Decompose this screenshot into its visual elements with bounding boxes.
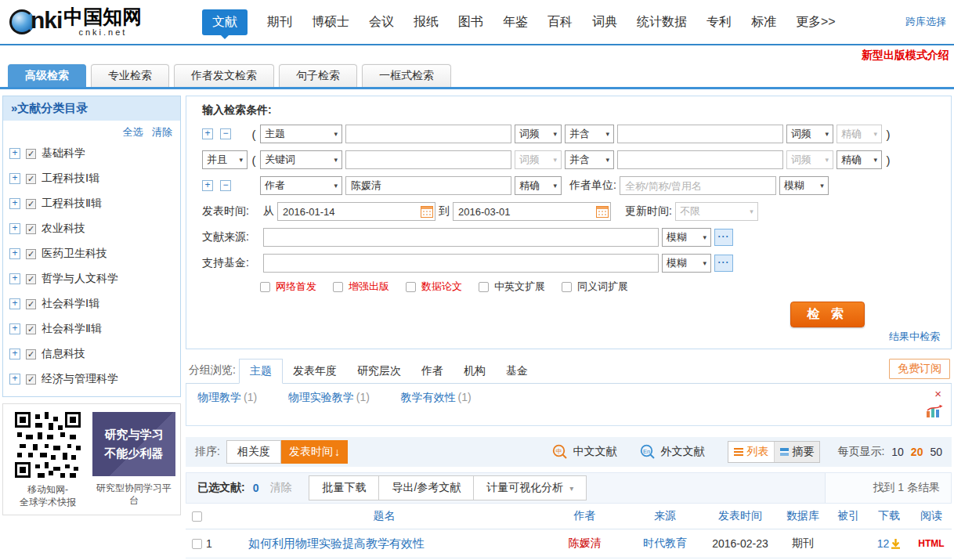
add-row-icon[interactable]: + xyxy=(202,128,213,139)
term-input-1b[interactable] xyxy=(617,125,783,143)
result-download[interactable]: 12 xyxy=(867,537,911,550)
option-online-first[interactable]: 网络首发 xyxy=(260,280,316,294)
author-match-select[interactable]: 精确▾ xyxy=(515,176,562,195)
per-page-10[interactable]: 10 xyxy=(891,446,904,458)
tab-professional-search[interactable]: 专业检索 xyxy=(91,64,169,87)
sort-pubtime-button[interactable]: 发表时间↓ xyxy=(281,440,348,464)
category-checkbox[interactable]: ✓ xyxy=(26,299,36,309)
tab-advanced-search[interactable]: 高级检索 xyxy=(8,64,86,87)
expand-icon[interactable]: + xyxy=(9,298,20,309)
nav-item-statistics[interactable]: 统计数据 xyxy=(637,14,687,31)
keyword-item[interactable]: 教学有效性(1) xyxy=(401,391,472,405)
select-all-link[interactable]: 全选 xyxy=(122,126,143,138)
category-checkbox[interactable]: ✓ xyxy=(26,174,36,184)
clear-link[interactable]: 清除 xyxy=(152,126,172,138)
fund-input[interactable] xyxy=(263,254,659,273)
source-browse-button[interactable]: ··· xyxy=(714,229,733,246)
bool-select[interactable]: 并含▾ xyxy=(565,150,614,169)
nav-item-literature[interactable]: 文献 xyxy=(202,9,248,35)
publish-mode-notice-link[interactable]: 新型出版模式介绍 xyxy=(862,49,949,63)
category-item[interactable]: +✓社会科学Ⅰ辑 xyxy=(9,291,174,316)
expand-icon[interactable]: + xyxy=(9,148,20,159)
category-checkbox[interactable]: ✓ xyxy=(26,149,36,159)
category-checkbox[interactable]: ✓ xyxy=(26,199,36,209)
visual-analysis-button[interactable]: 计量可视化分析▾ xyxy=(473,475,587,500)
freq-select[interactable]: 词频▾ xyxy=(786,125,833,143)
expand-icon[interactable]: + xyxy=(9,173,20,184)
expand-icon[interactable]: + xyxy=(9,223,20,234)
category-item[interactable]: +✓工程科技Ⅱ辑 xyxy=(9,191,174,216)
per-page-20[interactable]: 20 xyxy=(911,446,923,458)
col-read[interactable]: 阅读 xyxy=(911,509,952,523)
chinese-literature-toggle[interactable]: 中 中文文献 xyxy=(552,444,616,460)
tab-sentence-search[interactable]: 句子检索 xyxy=(279,64,357,87)
col-download[interactable]: 下载 xyxy=(867,509,911,523)
option-synonym-extend[interactable]: 同义词扩展 xyxy=(562,280,628,294)
fund-match-select[interactable]: 模糊▾ xyxy=(662,254,711,273)
group-tab-author[interactable]: 作者 xyxy=(411,359,454,383)
freq-select[interactable]: 词频▾ xyxy=(786,150,833,169)
row-checkbox[interactable] xyxy=(192,539,202,549)
group-tab-subject[interactable]: 主题 xyxy=(239,359,283,384)
nav-item-conferences[interactable]: 会议 xyxy=(369,14,394,31)
source-input[interactable] xyxy=(263,228,659,247)
col-author[interactable]: 作者 xyxy=(544,509,626,523)
category-item[interactable]: +✓经济与管理科学 xyxy=(9,367,174,392)
group-tab-institution[interactable]: 机构 xyxy=(454,359,496,383)
col-source[interactable]: 来源 xyxy=(626,509,704,523)
category-checkbox[interactable]: ✓ xyxy=(26,249,36,259)
match-select[interactable]: 精确▾ xyxy=(837,125,882,143)
checkbox[interactable] xyxy=(479,282,489,292)
category-item[interactable]: +✓工程科技Ⅰ辑 xyxy=(9,166,174,191)
select-all-checkbox[interactable] xyxy=(192,511,202,522)
group-tab-research-level[interactable]: 研究层次 xyxy=(347,359,411,383)
category-checkbox[interactable]: ✓ xyxy=(26,274,36,284)
list-view-button[interactable]: 列表 xyxy=(728,442,774,462)
field-select[interactable]: 主题▾ xyxy=(260,125,342,143)
nav-item-patents[interactable]: 专利 xyxy=(706,14,732,31)
nav-item-dictionary[interactable]: 词典 xyxy=(592,14,617,31)
option-data-paper[interactable]: 数据论文 xyxy=(406,280,462,294)
option-enhanced-publish[interactable]: 增强出版 xyxy=(333,280,389,294)
field-select[interactable]: 关键词▾ xyxy=(260,150,342,169)
per-page-50[interactable]: 50 xyxy=(930,446,942,458)
category-checkbox[interactable]: ✓ xyxy=(26,349,36,359)
freq-select[interactable]: 词频▾ xyxy=(515,125,562,143)
fund-browse-button[interactable]: ··· xyxy=(714,255,733,272)
category-checkbox[interactable]: ✓ xyxy=(26,324,36,334)
checkbox[interactable] xyxy=(333,282,343,292)
author-name-input[interactable] xyxy=(345,176,511,195)
nav-item-books[interactable]: 图书 xyxy=(458,14,483,31)
close-icon[interactable]: × xyxy=(934,388,941,399)
category-item[interactable]: +✓基础科学 xyxy=(9,141,174,166)
match-select[interactable]: 精确▾ xyxy=(837,150,882,169)
nav-item-yearbooks[interactable]: 年鉴 xyxy=(503,14,528,31)
freq-select[interactable]: 词频▾ xyxy=(515,150,562,169)
remove-row-icon[interactable]: − xyxy=(220,180,231,191)
nav-item-encyclopedia[interactable]: 百科 xyxy=(547,14,573,31)
author-unit-input[interactable] xyxy=(620,176,776,195)
category-checkbox[interactable]: ✓ xyxy=(26,374,36,385)
col-date[interactable]: 发表时间 xyxy=(704,509,776,523)
result-source-link[interactable]: 时代教育 xyxy=(626,537,704,551)
search-button[interactable]: 检 索 xyxy=(790,302,865,327)
term-input-2b[interactable] xyxy=(617,150,783,169)
tab-onebox-search[interactable]: 一框式检索 xyxy=(362,64,451,87)
category-checkbox[interactable]: ✓ xyxy=(26,224,36,234)
update-time-select[interactable]: 不限▾ xyxy=(675,202,758,221)
term-input-2a[interactable] xyxy=(345,150,511,169)
expand-icon[interactable]: + xyxy=(9,198,20,209)
cross-db-link[interactable]: 跨库选择 xyxy=(905,15,946,29)
col-cited[interactable]: 被引 xyxy=(829,509,867,523)
group-tab-fund[interactable]: 基金 xyxy=(496,359,538,383)
result-title-link[interactable]: 如何利用物理实验提高教学有效性 xyxy=(225,537,544,551)
promo-banner[interactable]: 研究与学习 不能少利器 xyxy=(92,412,175,476)
term-input-1a[interactable] xyxy=(345,125,511,143)
nav-item-standards[interactable]: 标准 xyxy=(751,14,776,31)
add-row-icon[interactable]: + xyxy=(202,180,213,191)
result-read-html-link[interactable]: HTML xyxy=(911,538,952,549)
calendar-icon[interactable] xyxy=(421,205,433,218)
expand-icon[interactable]: + xyxy=(9,374,20,385)
category-item[interactable]: +✓哲学与人文科学 xyxy=(9,266,174,291)
expand-icon[interactable]: + xyxy=(9,323,20,334)
